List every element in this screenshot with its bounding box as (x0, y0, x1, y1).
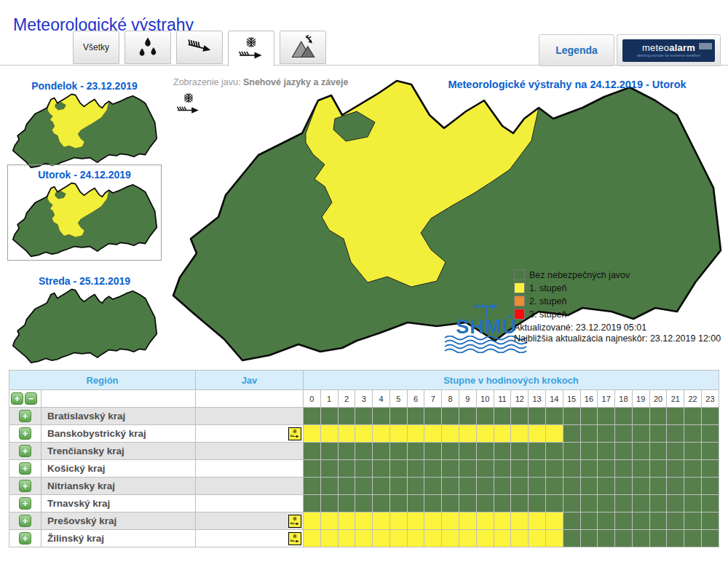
hour-cell (667, 408, 684, 425)
expand-row-button[interactable]: + (19, 410, 31, 422)
expand-row-button[interactable]: + (19, 515, 31, 527)
phenomenon-label: Zobrazenie javu: (173, 77, 240, 87)
hour-cell (407, 530, 424, 547)
map-legend-item: 1. stupeň (514, 282, 630, 293)
hour-cell (442, 460, 459, 478)
hour-cell (389, 495, 407, 512)
expand-row-button[interactable]: + (19, 532, 31, 545)
hour-cell (632, 478, 649, 495)
hour-cell (632, 460, 649, 478)
hour-cell (476, 512, 494, 530)
hour-cell (529, 443, 546, 460)
expand-all-button[interactable]: + (11, 392, 23, 405)
hour-label: 21 (667, 390, 684, 408)
region-name: Košický kraj (41, 460, 196, 478)
hour-cell (424, 460, 442, 478)
phenomenon-value: Snehové jazyky a záveje (243, 77, 349, 87)
hour-label: 19 (632, 390, 649, 408)
table-row: +Nitriansky kraj (9, 478, 719, 495)
hour-cell (649, 443, 667, 460)
slovakia-thumbnail-map (11, 288, 158, 363)
hour-cell (476, 425, 494, 443)
legend-label: Bez nebezpečných javov (529, 270, 630, 280)
region-name: Trenčiansky kraj (41, 443, 196, 460)
region-name: Nitriansky kraj (41, 478, 196, 495)
hour-cell (338, 495, 355, 512)
tab-rain[interactable] (124, 31, 171, 64)
tab-snow-drift[interactable] (228, 31, 274, 66)
hour-cell (511, 425, 529, 443)
hour-cell (424, 512, 442, 530)
hours-row: + − 012345678910111213141516171819202122… (9, 390, 719, 408)
expand-row-button[interactable]: + (19, 497, 31, 510)
hour-cell (442, 478, 459, 495)
day-thumbnail-wednesday[interactable]: Streda - 25.12.2019 (7, 274, 162, 363)
region-name: Banskobystrický kraj (41, 425, 196, 443)
hour-cell (304, 460, 321, 478)
hour-cell (389, 478, 407, 495)
hour-cell (407, 478, 424, 495)
hour-cell (563, 512, 580, 530)
hour-cell (304, 512, 321, 530)
hour-label: 15 (563, 390, 580, 408)
hour-cell (701, 512, 719, 530)
hour-cell (494, 530, 511, 547)
hour-cell (320, 460, 338, 478)
hour-cell (389, 512, 407, 530)
expand-row-button[interactable]: + (19, 480, 31, 492)
hour-cell (407, 495, 424, 512)
map-title: Meteorologické výstrahy na 24.12.2019 - … (411, 79, 724, 90)
hour-cell (615, 530, 633, 547)
hour-label: 3 (355, 390, 373, 408)
meteoalarm-logo[interactable]: meteoalarm alerting europe for extreme w… (617, 34, 721, 66)
hour-cell (320, 425, 338, 443)
snow-drift-warning-icon[interactable] (288, 427, 301, 440)
legend-swatch (514, 282, 525, 293)
slovakia-thumbnail-map (11, 92, 158, 168)
tab-wind[interactable] (176, 31, 223, 64)
hour-cell (373, 408, 390, 425)
hour-cell (667, 425, 684, 443)
legend-label: 1. stupeň (529, 283, 566, 293)
snow-drift-warning-icon[interactable] (288, 515, 301, 528)
hour-cell (338, 512, 355, 530)
warnings-table: Región Jav Stupne v hodinových krokoch +… (9, 370, 719, 547)
snow-drift-icon (238, 36, 264, 62)
expand-row-button[interactable]: + (19, 427, 31, 440)
hour-cell (580, 478, 598, 495)
day-thumbnail-tuesday[interactable]: Utorok - 24.12.2019 (7, 165, 162, 261)
hour-label: 17 (598, 390, 615, 408)
hour-cell (667, 443, 684, 460)
hour-cell (373, 460, 390, 478)
column-header-steps: Stupne v hodinových krokoch (304, 371, 719, 390)
hour-cell (389, 408, 407, 425)
hour-cell (304, 408, 321, 425)
collapse-all-button[interactable]: − (25, 392, 37, 405)
expand-row-button[interactable]: + (19, 462, 31, 475)
jav-cell (196, 512, 304, 530)
hour-cell (407, 408, 424, 425)
snow-drift-warning-icon[interactable] (288, 532, 301, 545)
hour-cell (632, 512, 649, 530)
tab-avalanche[interactable] (280, 31, 326, 64)
expand-row-button[interactable]: + (19, 445, 31, 457)
table-row: +Žilinský kraj (9, 530, 719, 547)
hour-cell (494, 512, 511, 530)
hour-cell (545, 408, 563, 425)
hour-cell (373, 443, 390, 460)
hour-label: 9 (459, 390, 477, 408)
day-thumbnail-monday[interactable]: Pondelok - 23.12.2019 (7, 79, 162, 168)
hour-cell (320, 443, 338, 460)
hour-cell (304, 425, 321, 443)
rain-icon (135, 34, 161, 60)
hour-cell (459, 443, 477, 460)
hour-cell (355, 425, 373, 443)
table-row: +Banskobystrický kraj (9, 425, 719, 443)
region-name: Trnavský kraj (41, 495, 196, 512)
legend-button[interactable]: Legenda (539, 34, 614, 66)
phenomenon-caption: Zobrazenie javu: Snehové jazyky a záveje (173, 77, 348, 87)
table-row: +Bratislavský kraj (9, 408, 719, 425)
table-row: +Prešovský kraj (9, 512, 719, 530)
tab-all[interactable]: Všetky (73, 31, 119, 64)
hour-cell (511, 495, 529, 512)
